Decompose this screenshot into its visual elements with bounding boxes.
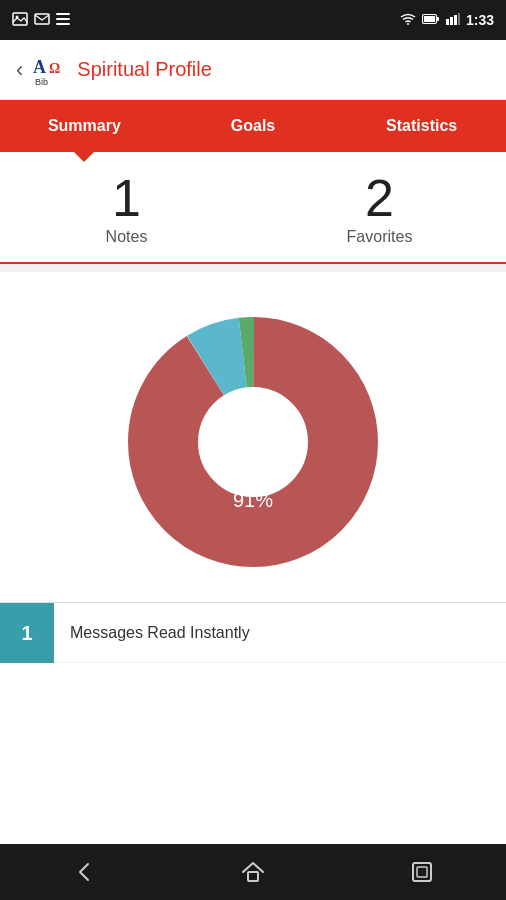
status-bar: 1:33: [0, 0, 506, 40]
stat-notes: 1 Notes: [0, 172, 253, 246]
image-icon: [12, 12, 28, 29]
bottom-nav: [0, 844, 506, 900]
wifi-icon: [400, 13, 416, 28]
svg-rect-2: [35, 14, 49, 24]
svg-rect-11: [450, 17, 453, 25]
svg-point-6: [407, 23, 409, 25]
list-item-badge: 1: [0, 603, 54, 663]
tab-goals[interactable]: Goals: [169, 100, 338, 152]
list-item: 1 Messages Read Instantly: [0, 603, 506, 663]
svg-rect-5: [56, 23, 70, 25]
svg-text:Ω: Ω: [49, 61, 60, 76]
favorites-label: Favorites: [347, 228, 413, 246]
svg-rect-13: [458, 13, 460, 25]
svg-text:A: A: [33, 57, 46, 77]
chart-area: 91%: [0, 272, 506, 602]
tab-statistics[interactable]: Statistics: [337, 100, 506, 152]
email-icon: [34, 13, 50, 28]
svg-rect-19: [417, 867, 427, 877]
stat-favorites: 2 Favorites: [253, 172, 506, 246]
svg-rect-18: [413, 863, 431, 881]
signal-icon: [446, 13, 460, 28]
nav-recents-button[interactable]: [408, 858, 436, 886]
gray-divider: [0, 264, 506, 272]
svg-rect-4: [56, 18, 70, 20]
app-title: Spiritual Profile: [77, 58, 212, 81]
app-bar: ‹ A Ω Bib Spiritual Profile: [0, 40, 506, 100]
svg-rect-8: [424, 16, 435, 22]
status-bar-right: 1:33: [400, 12, 494, 28]
app-logo: A Ω Bib: [31, 51, 69, 89]
status-bar-left: [12, 12, 70, 29]
battery-icon: [422, 13, 440, 28]
back-button[interactable]: ‹: [16, 57, 23, 83]
svg-rect-12: [454, 15, 457, 25]
svg-rect-9: [436, 17, 439, 21]
donut-percentage-text: 91%: [233, 489, 273, 511]
favorites-count: 2: [365, 172, 394, 224]
svg-rect-10: [446, 19, 449, 25]
svg-rect-17: [248, 872, 258, 881]
notes-label: Notes: [106, 228, 148, 246]
stats-row: 1 Notes 2 Favorites: [0, 152, 506, 262]
tab-bar: Summary Goals Statistics: [0, 100, 506, 152]
nav-back-button[interactable]: [70, 858, 98, 886]
svg-rect-3: [56, 13, 70, 15]
list-item-text: Messages Read Instantly: [70, 624, 250, 642]
tab-summary[interactable]: Summary: [0, 100, 169, 152]
donut-hole: [199, 388, 307, 496]
status-time: 1:33: [466, 12, 494, 28]
svg-text:Bib: Bib: [35, 77, 48, 87]
list-item-content: Messages Read Instantly: [54, 603, 506, 663]
notes-count: 1: [112, 172, 141, 224]
nav-home-button[interactable]: [239, 858, 267, 886]
bars-icon: [56, 13, 70, 28]
donut-chart: 91%: [123, 312, 383, 572]
